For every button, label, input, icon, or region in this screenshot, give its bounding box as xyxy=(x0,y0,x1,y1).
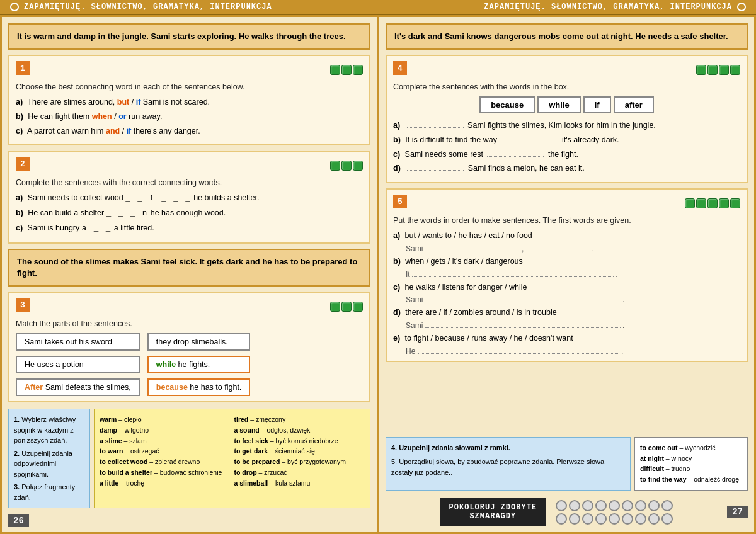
section-1-block: 1 Choose the best connecting word in eac… xyxy=(8,55,370,145)
section-5-item-e: e) to fight / because / runs away / he /… xyxy=(393,332,740,344)
gem-circles-area xyxy=(556,500,682,525)
section-5-item-d: d) there are / if / zombies around / is … xyxy=(393,307,740,319)
right-bottom-bar: 27 POKOLORUJ ZDOBYTE SZMARAGDY xyxy=(386,498,748,526)
section-2-item-c: c) Sami is hungry a _ _ a little tired. xyxy=(16,222,363,235)
section-3-gems xyxy=(330,302,363,312)
section-4-item-a: a) Sami fights the slimes, Kim looks for… xyxy=(393,120,740,132)
match-right-1: they drop slimeballs. xyxy=(147,333,251,351)
gem-11 xyxy=(707,65,718,75)
section-5-answer-e: He . xyxy=(406,347,740,356)
word-box-row: because while if after xyxy=(393,96,740,113)
gem-17 xyxy=(719,198,729,208)
gem-6 xyxy=(353,161,363,171)
vocab-1-4: to warn – ostrzegać xyxy=(100,446,231,457)
section-5-answer-d: Sami . xyxy=(406,321,740,330)
gem-3 xyxy=(353,65,363,75)
gem-14 xyxy=(685,198,695,208)
gc-4 xyxy=(595,500,607,511)
vocab-2-3: to feel sick – być komuś niedobrze xyxy=(234,436,365,446)
vocab-col-2: tired – zmęczony a sound – odgłos, dźwię… xyxy=(234,414,365,489)
gc-13 xyxy=(595,513,607,525)
right-note-4: 4. Uzupełnij zdania słowami z ramki. xyxy=(391,443,625,453)
section-1-gems xyxy=(330,65,363,75)
gc-10 xyxy=(556,513,567,525)
left-page-num: 26 xyxy=(8,514,29,527)
section-5-answer-b: It . xyxy=(406,270,740,279)
section-5-num: 5 xyxy=(393,195,407,208)
gem-15 xyxy=(696,198,706,208)
gc-12 xyxy=(582,513,593,525)
section-3-num: 3 xyxy=(16,298,30,312)
gem-10 xyxy=(696,65,706,75)
section-2-item-a: a) Sami needs to collect wood _ _ f _ _ … xyxy=(16,192,363,205)
gc-2 xyxy=(569,500,580,511)
vocab-col-1: warm – ciepło damp – wilgotno a slime – … xyxy=(100,414,231,489)
header-bar: ZAPAMIĘTUJĘ. SŁOWNICTWO, GRAMATYKA, INTE… xyxy=(0,0,756,15)
footer-note-2: 2. Uzupełnij zdania odpowiednimi spójnik… xyxy=(14,448,84,480)
section-4-block: 4 Complete the sentences with the words … xyxy=(386,55,748,183)
section-1-num-wrapper: 1 xyxy=(16,61,30,79)
word-box-after: after xyxy=(614,96,654,113)
pokoloruj-text: POKOLORUJ ZDOBYTE SZMARAGDY xyxy=(449,503,537,521)
right-intro-text: It's dark and Sami knows dangerous mobs … xyxy=(394,31,728,41)
header-circle-left xyxy=(10,3,19,11)
gem-5 xyxy=(341,161,352,171)
left-page: It is warm and damp in the jungle. Sami … xyxy=(0,15,378,534)
footer-note-1: 1. Wybierz właściwy spójnik w każdym z p… xyxy=(14,414,84,446)
section-2-item-b: b) He can build a shelter _ _ _ n he has… xyxy=(16,207,363,220)
match-left-2: He uses a potion xyxy=(16,356,140,373)
gc-5 xyxy=(609,500,620,511)
left-page-num-wrapper: 26 xyxy=(8,516,370,526)
gc-8 xyxy=(648,500,660,511)
gem-2 xyxy=(341,65,352,75)
section-1-num: 1 xyxy=(16,61,30,75)
gc-11 xyxy=(569,513,580,525)
main-content: It is warm and damp in the jungle. Sami … xyxy=(0,15,756,534)
gem-7 xyxy=(330,302,340,312)
gem-16 xyxy=(707,198,718,208)
right-vocab-2: at night – w nocy xyxy=(640,453,742,464)
match-col-left: Sami takes out his sword He uses a potio… xyxy=(16,333,140,396)
section-5-answer-a: Sami , . xyxy=(406,244,740,253)
section-5-gems xyxy=(685,198,740,208)
vocab-1-3: a slime – szlam xyxy=(100,436,231,446)
right-note-5: 5. Uporządkuj słowa, by zbudować poprawn… xyxy=(391,457,625,477)
vocab-2-7: a slimeball – kula szlamu xyxy=(234,478,365,489)
right-intro-box: It's dark and Sami knows dangerous mobs … xyxy=(386,23,748,50)
vocab-2-2: a sound – odgłos, dźwięk xyxy=(234,425,365,436)
gc-14 xyxy=(609,513,620,525)
match-right-3: because he has to fight. xyxy=(147,378,251,396)
right-vocab-3: difficult – trudno xyxy=(640,463,742,474)
left-intro-box-2: The sound of the slimes makes Sami feel … xyxy=(8,249,370,287)
left-intro-box: It is warm and damp in the jungle. Sami … xyxy=(8,23,370,50)
vocab-1-6: to build a shelter – budować schronienie xyxy=(100,467,231,478)
vocab-2-6: to drop – zrzucać xyxy=(234,467,365,478)
vocab-2-1: tired – zmęczony xyxy=(234,414,365,425)
section-4-gems xyxy=(696,65,740,75)
section-1-instruction: Choose the best connecting word in each … xyxy=(16,82,363,91)
section-1-item-c: c) A parrot can warn him and / if there'… xyxy=(16,125,363,137)
header-title-right: ZAPAMIĘTUJĘ. SŁOWNICTWO, GRAMATYKA, INTE… xyxy=(484,3,732,11)
vocab-1-7: a little – trochę xyxy=(100,478,231,489)
right-page: It's dark and Sami knows dangerous mobs … xyxy=(378,15,756,534)
match-right-2: while he fights. xyxy=(147,356,251,373)
gem-13 xyxy=(730,65,740,75)
match-left-3: After Sami defeats the slimes, xyxy=(16,378,140,396)
section-5-item-a: a) but / wants to / he has / eat / no fo… xyxy=(393,230,740,242)
section-4-item-b: b) It is difficult to find the way it's … xyxy=(393,134,740,146)
right-vocab-4: to find the way – odnaleźć drogę xyxy=(640,474,742,485)
match-area: Sami takes out his sword He uses a potio… xyxy=(16,333,363,396)
gc-7 xyxy=(635,500,646,511)
section-5-block: 5 Put the words in order to make sentenc… xyxy=(386,188,748,362)
section-2-gems xyxy=(330,161,363,171)
vocab-1-2: damp – wilgotno xyxy=(100,425,231,436)
gc-6 xyxy=(622,500,633,511)
section-3-instruction: Match the parts of the sentences. xyxy=(16,319,363,328)
section-2-instruction: Complete the sentences with the correct … xyxy=(16,178,363,187)
gem-18 xyxy=(730,198,740,208)
section-2-block: 2 Complete the sentences with the correc… xyxy=(8,151,370,243)
header-title-left: ZAPAMIĘTUJĘ. SŁOWNICTWO, GRAMATYKA, INTE… xyxy=(24,3,272,11)
left-intro-text: It is warm and damp in the jungle. Sami … xyxy=(17,31,346,41)
footer-notes: 1. Wybierz właściwy spójnik w każdym z p… xyxy=(8,409,90,508)
right-footer-notes: 4. Uzupełnij zdania słowami z ramki. 5. … xyxy=(386,437,631,491)
